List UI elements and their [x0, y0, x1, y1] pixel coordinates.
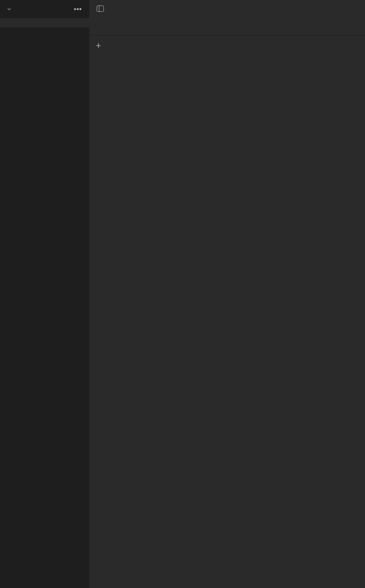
main-panel	[89, 0, 365, 588]
create-variable-button[interactable]	[89, 36, 365, 56]
sidebar: •••	[0, 0, 89, 588]
collection-dropdown[interactable]	[5, 7, 11, 11]
toolbar	[89, 0, 365, 18]
plus-icon	[96, 43, 101, 48]
table-header	[89, 18, 365, 36]
sidebar-icon	[97, 5, 104, 12]
sidebar-item-colors[interactable]	[0, 27, 89, 36]
sidebar-header: •••	[0, 0, 89, 18]
svg-rect-0	[97, 5, 104, 11]
more-button[interactable]: •••	[72, 4, 84, 15]
chevron-down-icon	[7, 7, 11, 11]
all-variables-row[interactable]	[0, 18, 89, 27]
sidebar-toggle-button[interactable]	[95, 4, 106, 15]
